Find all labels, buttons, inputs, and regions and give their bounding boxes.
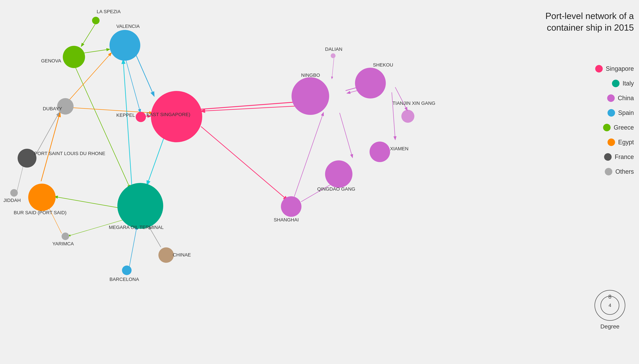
legend-items: Singapore Italy China Spain Greece (595, 65, 634, 182)
legend-dot-china (607, 94, 615, 102)
legend-label-france: France (615, 153, 634, 160)
legend-label-spain: Spain (618, 109, 634, 116)
degree-num-outer: 8 (608, 294, 611, 300)
svg-line-2 (75, 67, 130, 188)
node-dubayy (57, 98, 74, 114)
node-la-spezia (92, 17, 100, 24)
svg-line-12 (17, 164, 24, 191)
node-genova (63, 46, 85, 68)
node-bur-said (28, 184, 56, 211)
node-tianjin (401, 110, 414, 123)
svg-line-6 (123, 60, 132, 185)
degree-label: Degree (594, 323, 625, 330)
node-port-saint-louis (18, 149, 37, 168)
degree-num-inner: 4 (608, 302, 611, 308)
node-qingdao (325, 160, 352, 188)
svg-line-3 (135, 53, 154, 96)
legend-label-others: Others (615, 168, 634, 175)
legend-dot-egypt (607, 138, 615, 146)
legend-item-china: China (595, 94, 634, 102)
legend-item-others: Others (595, 168, 634, 176)
node-jiddah (10, 189, 18, 196)
node-valencia (110, 30, 140, 61)
node-shekou (355, 68, 386, 98)
svg-line-16 (129, 226, 137, 267)
svg-line-23 (395, 87, 407, 110)
svg-line-25 (340, 113, 352, 157)
legend-item-egypt: Egypt (595, 138, 634, 146)
degree-circles: 8 4 (594, 290, 625, 321)
node-east-singapore (151, 91, 202, 142)
node-keppel (136, 112, 146, 122)
legend-label-italy: Italy (622, 80, 634, 87)
chart-area: LA SPEZIA GENOVA VALENCIA DUBAYY KEPPEL … (0, 0, 530, 364)
legend-item-singapore: Singapore (595, 65, 634, 72)
legend-label-china: China (618, 94, 634, 102)
svg-line-5 (147, 137, 164, 185)
legend-dot-italy (612, 80, 619, 87)
legend-dot-france (604, 153, 612, 161)
svg-line-14 (48, 205, 62, 234)
degree-outer-circle: 8 4 (594, 290, 625, 321)
legend-area: Port-level network of a container ship i… (530, 0, 639, 364)
legend-item-france: France (595, 153, 634, 161)
legend-label-singapore: Singapore (606, 65, 634, 72)
node-yarimca (62, 232, 69, 240)
legend-dot-greece (603, 124, 610, 131)
svg-line-7 (55, 196, 123, 208)
node-ningbo (292, 77, 329, 115)
svg-line-0 (82, 24, 95, 46)
svg-line-18 (201, 126, 287, 200)
legend-dot-spain (607, 109, 615, 116)
node-shanghai (281, 196, 301, 217)
svg-line-15 (69, 219, 127, 236)
svg-line-24 (392, 92, 395, 139)
legend-item-italy: Italy (595, 80, 634, 87)
svg-line-4 (125, 56, 140, 112)
main-container: LA SPEZIA GENOVA VALENCIA DUBAYY KEPPEL … (0, 0, 639, 364)
node-xiamen (370, 142, 390, 162)
svg-line-17 (149, 226, 161, 247)
svg-line-8 (41, 113, 60, 181)
svg-line-28 (332, 58, 334, 79)
legend-dot-others (605, 168, 612, 176)
legend-label-greece: Greece (614, 124, 634, 131)
legend-label-egypt: Egypt (618, 139, 634, 146)
legend-dot-singapore (595, 65, 603, 72)
svg-line-1 (84, 49, 110, 53)
legend-item-greece: Greece (595, 124, 634, 131)
node-megara (117, 183, 163, 229)
svg-line-26 (294, 113, 323, 196)
degree-legend: 8 4 Degree (594, 290, 625, 330)
node-barcelona (122, 266, 132, 275)
chart-title: Port-level network of a container ship i… (530, 10, 634, 33)
legend-item-spain: Spain (595, 109, 634, 116)
node-chinae (158, 248, 174, 263)
node-dalian (331, 53, 335, 58)
svg-line-11 (34, 113, 59, 157)
